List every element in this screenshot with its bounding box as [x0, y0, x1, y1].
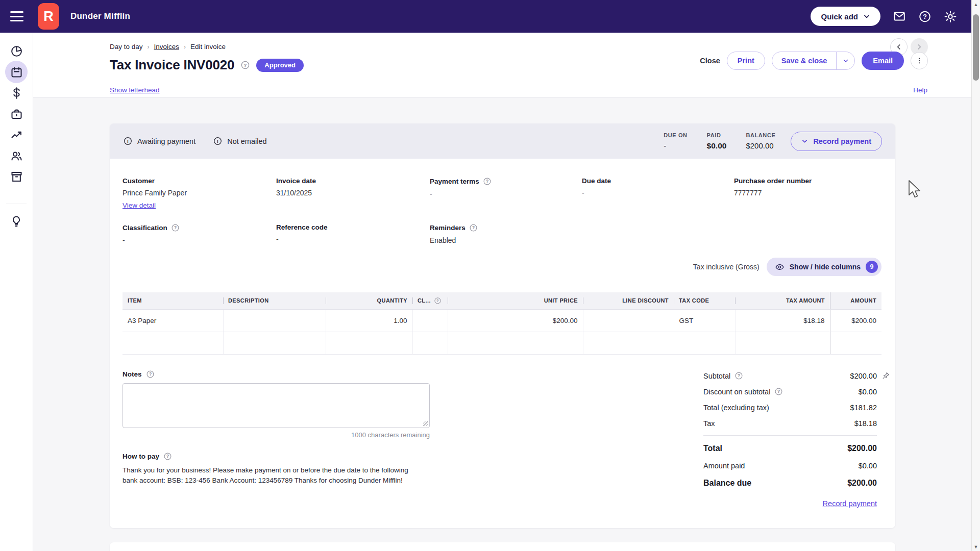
record-payment-label: Record payment [813, 137, 871, 145]
breadcrumb-invoices[interactable]: Invoices [154, 43, 180, 51]
breadcrumb-day-to-day[interactable]: Day to day [110, 43, 143, 51]
cell-item[interactable] [122, 332, 223, 354]
not-emailed-label: Not emailed [227, 137, 266, 145]
cell-line-discount[interactable] [583, 309, 674, 332]
cell-amount[interactable] [830, 332, 881, 354]
help-icon[interactable]: ? [918, 10, 932, 23]
vertical-scrollbar[interactable]: ▲ ▼ [971, 0, 980, 551]
sidebar-item-day-to-day[interactable] [5, 61, 28, 83]
question-icon[interactable]: ? [774, 387, 783, 396]
amount-paid-value: $0.00 [859, 462, 877, 470]
cell-tax-code[interactable]: GST [674, 309, 735, 332]
tax-row: Tax $18.18 [703, 415, 877, 431]
notes-section: Notes ? 1000 characters remaining How to… [122, 370, 430, 486]
save-options-dropdown[interactable] [836, 52, 854, 69]
classification-value[interactable]: - [122, 236, 265, 244]
purchase-order-label: Purchase order number [734, 177, 812, 185]
total-ex-tax-label: Total (excluding tax) [703, 404, 769, 412]
calendar-icon [10, 65, 23, 79]
cell-tax-amount[interactable]: $18.18 [735, 309, 830, 332]
question-icon[interactable]: ? [146, 370, 155, 379]
reference-code-value[interactable]: - [276, 235, 419, 243]
show-letterhead-link[interactable]: Show letterhead [110, 86, 160, 94]
balance-stat: BALANCE $200.00 [746, 132, 775, 150]
cell-classification[interactable] [412, 332, 448, 354]
invoice-body: Customer Prince Family Paper View detail… [110, 159, 895, 528]
sidebar-item-contacts[interactable] [5, 144, 28, 167]
cell-unit-price[interactable]: $200.00 [448, 309, 583, 332]
subtotal-row: Subtotal ? $200.00 [703, 368, 877, 384]
svg-text:?: ? [923, 13, 927, 20]
mail-icon[interactable] [893, 10, 906, 23]
sidebar-item-business[interactable] [5, 103, 28, 125]
cell-unit-price[interactable] [448, 332, 583, 354]
cell-item[interactable]: A3 Paper [122, 309, 223, 332]
cell-amount[interactable]: $200.00 [830, 309, 881, 332]
alert-circle-icon: ! [213, 136, 223, 146]
purchase-order-value[interactable]: 7777777 [734, 189, 877, 197]
scroll-up-arrow[interactable]: ▲ [972, 0, 980, 9]
table-header-row: ITEM DESCRIPTION QUANTITY CL...? UNIT PR… [122, 292, 881, 309]
due-date-value[interactable]: - [582, 189, 725, 197]
title-help-icon[interactable]: ? [240, 60, 250, 70]
textarea-resize-handle[interactable] [423, 421, 428, 426]
alert-circle-icon: ! [123, 136, 133, 146]
scrollbar-thumb[interactable] [973, 14, 979, 81]
scroll-down-arrow[interactable]: ▼ [972, 542, 980, 551]
show-hide-columns-button[interactable]: Show / hide columns 9 [767, 258, 881, 276]
question-icon[interactable]: ? [163, 452, 172, 461]
sidebar-item-inventory[interactable] [5, 165, 28, 188]
question-icon[interactable]: ? [434, 297, 442, 305]
total-ex-tax-value: $181.82 [850, 404, 877, 412]
col-unit-price: UNIT PRICE [544, 297, 578, 304]
cell-line-discount[interactable] [583, 332, 674, 354]
sidebar-item-money[interactable] [5, 82, 28, 104]
reference-code-label: Reference code [276, 223, 328, 231]
question-icon[interactable]: ? [171, 223, 180, 232]
sidebar [0, 33, 33, 551]
purchase-order-field: Purchase order number 7777777 [734, 177, 877, 197]
close-button[interactable]: Close [700, 57, 720, 65]
question-icon[interactable]: ? [483, 177, 492, 186]
print-button[interactable]: Print [727, 52, 765, 70]
payment-terms-value[interactable]: - [430, 190, 573, 198]
sidebar-item-performance[interactable] [5, 123, 28, 146]
cell-quantity[interactable]: 1.00 [326, 309, 412, 332]
chevron-down-icon [801, 138, 808, 144]
pin-icon[interactable] [881, 371, 890, 382]
sidebar-item-reports[interactable] [5, 40, 28, 62]
cell-description[interactable] [223, 309, 326, 332]
reference-code-field: Reference code - [276, 223, 419, 243]
email-button[interactable]: Email [862, 52, 904, 70]
svg-text:?: ? [166, 454, 169, 459]
settings-gear-icon[interactable] [944, 10, 957, 23]
cell-quantity[interactable] [326, 332, 412, 354]
question-icon[interactable]: ? [734, 371, 743, 380]
due-date-label: Due date [582, 177, 611, 185]
cell-classification[interactable] [412, 309, 448, 332]
cell-description[interactable] [223, 332, 326, 354]
question-icon[interactable]: ? [469, 223, 478, 232]
totals-section: Subtotal ? $200.00 Discount on subtotal … [703, 368, 877, 508]
notes-input[interactable] [122, 383, 430, 428]
record-payment-link[interactable]: Record payment [823, 499, 877, 508]
view-detail-link[interactable]: View detail [122, 202, 156, 209]
svg-text:!: ! [217, 138, 218, 144]
tax-label: Tax [703, 419, 715, 428]
cell-tax-amount[interactable] [735, 332, 830, 354]
help-link[interactable]: Help [913, 86, 927, 94]
reckon-logo[interactable]: R [38, 3, 59, 30]
save-close-button[interactable]: Save & close [772, 52, 836, 69]
trending-up-icon [10, 128, 23, 142]
hamburger-menu-icon[interactable] [10, 11, 23, 21]
hidden-columns-count-badge: 9 [866, 261, 878, 273]
sidebar-item-ideas[interactable] [5, 210, 28, 233]
discount-value: $0.00 [859, 388, 877, 396]
due-on-label: DUE ON [664, 132, 687, 138]
col-quantity: QUANTITY [377, 297, 407, 304]
invoice-date-value[interactable]: 31/10/2025 [276, 189, 419, 197]
more-options-button[interactable] [911, 52, 928, 69]
quick-add-button[interactable]: Quick add [811, 7, 880, 26]
record-payment-button[interactable]: Record payment [791, 132, 882, 151]
cell-tax-code[interactable] [674, 332, 735, 354]
